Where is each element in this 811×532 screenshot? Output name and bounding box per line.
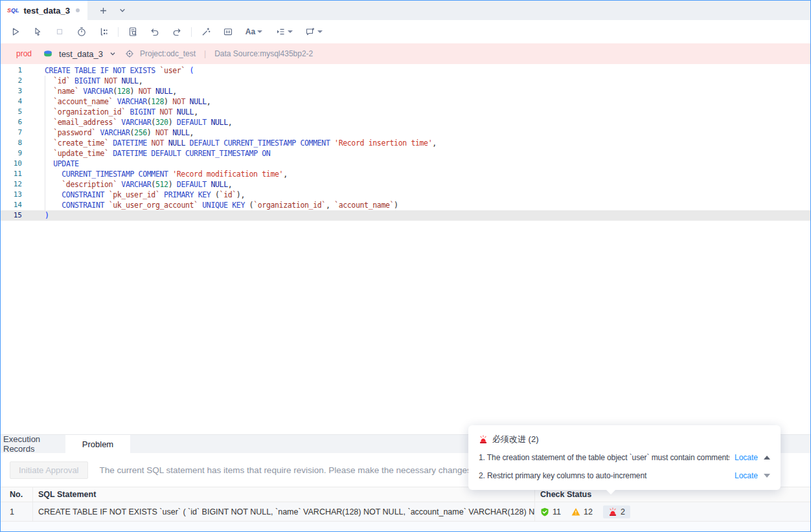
format-wand-icon xyxy=(201,27,211,37)
timer-button[interactable] xyxy=(71,23,93,41)
popover-item: 1. The creation statement of the table o… xyxy=(479,452,770,463)
session-chevron-icon[interactable] xyxy=(109,50,117,58)
code-line: 2 `id` BIGINT NOT NULL, xyxy=(1,76,810,86)
editor-toolbar: Aa xyxy=(1,20,810,43)
odc-sql-window: SQL test_data_3 xyxy=(0,0,811,532)
sql-editor[interactable]: 1CREATE TABLE IF NOT EXISTS `user` (2 `i… xyxy=(1,64,810,434)
caret-down-icon[interactable] xyxy=(764,474,770,478)
popover-item-text: 2. Restrict primary key columns to auto-… xyxy=(479,471,729,480)
caret-up-icon[interactable] xyxy=(764,456,770,460)
undo-icon xyxy=(150,27,160,37)
undo-button[interactable] xyxy=(144,23,166,41)
run-selected-button[interactable] xyxy=(27,23,49,41)
indent-icon xyxy=(275,27,286,37)
session-name[interactable]: test_data_3 xyxy=(59,49,103,59)
code-line: 5 `organization_id` BIGINT NOT NULL, xyxy=(1,107,810,117)
tab-problem[interactable]: Problem xyxy=(65,435,130,453)
case-convert-button[interactable]: Aa xyxy=(239,23,269,41)
window-tab-bar: SQL test_data_3 xyxy=(1,1,810,20)
line-number: 5 xyxy=(1,107,22,117)
code-line: 10 UPDATE xyxy=(1,159,810,169)
table-row[interactable]: 1 CREATE TABLE IF NOT EXISTS `user` ( `i… xyxy=(1,502,810,522)
popover-header: 必须改进 (2) xyxy=(479,434,770,445)
line-number: 12 xyxy=(1,179,22,190)
locate-link[interactable]: Locate xyxy=(735,471,758,480)
code-line: 4 `account_name` VARCHAR(128) NOT NULL, xyxy=(1,96,810,107)
code-line: 3 `name` VARCHAR(128) NOT NULL, xyxy=(1,86,810,96)
approved-count[interactable]: 11 xyxy=(540,507,561,516)
revision-message: The current SQL statement has items that… xyxy=(100,465,491,475)
popup-items: 1. The creation statement of the table o… xyxy=(479,452,770,482)
popover-item-text: 1. The creation statement of the table o… xyxy=(479,453,729,462)
row-number: 1 xyxy=(1,502,33,521)
column-sql-statement: SQL Statement xyxy=(33,487,535,502)
chevron-down-icon xyxy=(317,30,323,33)
line-number: 1 xyxy=(1,65,22,76)
sql-check-icon xyxy=(128,27,138,37)
run-selected-icon xyxy=(32,27,43,37)
sql-window-icon: SQL xyxy=(7,8,19,14)
line-number: 3 xyxy=(1,86,22,96)
code-line: 9 `update_time` DATETIME DEFAULT CURRENT… xyxy=(1,148,810,159)
toolbar-divider xyxy=(118,27,119,37)
table-footer-space xyxy=(1,522,810,531)
line-number: 4 xyxy=(1,96,22,107)
datasource-icon xyxy=(43,49,53,59)
session-bar: prod test_data_3 Project:odc_test | Data… xyxy=(1,43,810,64)
value-convert-icon xyxy=(223,27,233,37)
code-line: 15) xyxy=(1,210,810,221)
row-check-status: 11 12 2 xyxy=(535,505,810,518)
code-line: 14 CONSTRAINT `uk_user_org_account` UNIQ… xyxy=(1,200,810,210)
snippet-button[interactable] xyxy=(299,23,328,41)
redo-button[interactable] xyxy=(166,23,188,41)
locate-link[interactable]: Locate xyxy=(735,453,758,462)
toolbar-divider xyxy=(191,27,192,37)
line-number: 7 xyxy=(1,127,22,138)
code-line: 6 `email_address` VARCHAR(320) DEFAULT N… xyxy=(1,117,810,127)
warning-count[interactable]: 12 xyxy=(571,507,593,516)
case-convert-label: Aa xyxy=(246,27,255,36)
tab-list-chevron-icon[interactable] xyxy=(115,3,130,17)
line-number: 6 xyxy=(1,117,22,127)
tab-execution-records[interactable]: Execution Records xyxy=(1,435,65,453)
shield-check-icon xyxy=(540,507,549,516)
datasource-label: Data Source:mysql435bp2-2 xyxy=(214,49,313,58)
row-sql-text: CREATE TABLE IF NOT EXISTS `user` ( `id`… xyxy=(33,502,535,521)
sql-check-button[interactable] xyxy=(122,23,144,41)
run-icon xyxy=(10,27,21,37)
project-target-icon xyxy=(125,49,134,58)
code-line: 13 CONSTRAINT `pk_user_id` PRIMARY KEY (… xyxy=(1,190,810,200)
code-line: 8 `create_time` DATETIME NOT NULL DEFAUL… xyxy=(1,138,810,148)
initiate-approval-button[interactable]: Initiate Approval xyxy=(10,461,88,479)
indent-guide xyxy=(45,76,45,210)
alarm-siren-icon xyxy=(608,507,617,516)
line-number: 15 xyxy=(1,210,22,221)
code-line: 7 `password` VARCHAR(256) NOT NULL, xyxy=(1,127,810,138)
chevron-down-icon xyxy=(288,30,293,33)
check-result-popover: 必须改进 (2) 1. The creation statement of th… xyxy=(468,425,781,490)
line-number: 8 xyxy=(1,138,22,148)
snippet-comment-icon xyxy=(305,27,315,37)
line-number: 11 xyxy=(1,169,22,179)
line-number: 10 xyxy=(1,159,22,169)
stop-button xyxy=(49,23,71,41)
sql-window-tab[interactable]: SQL test_data_3 xyxy=(1,1,87,20)
execution-plan-button[interactable] xyxy=(93,23,115,41)
popover-title: 必须改进 (2) xyxy=(492,434,539,445)
must-improve-count[interactable]: 2 xyxy=(603,505,630,518)
new-tab-button[interactable] xyxy=(96,3,110,17)
run-button[interactable] xyxy=(5,23,27,41)
separator: | xyxy=(204,49,206,58)
unsaved-dot-icon xyxy=(76,8,80,12)
project-label: Project:odc_test xyxy=(140,49,196,58)
timer-icon xyxy=(76,27,87,37)
line-number: 2 xyxy=(1,76,22,86)
indent-button[interactable] xyxy=(269,23,299,41)
code-line: 12 `description` VARCHAR(512) DEFAULT NU… xyxy=(1,179,810,190)
value-convert-button[interactable] xyxy=(217,23,239,41)
format-button[interactable] xyxy=(195,23,217,41)
code-line: 1CREATE TABLE IF NOT EXISTS `user` ( xyxy=(1,65,810,76)
redo-icon xyxy=(172,27,182,37)
tab-title: test_data_3 xyxy=(24,6,71,16)
stop-icon xyxy=(54,27,65,37)
